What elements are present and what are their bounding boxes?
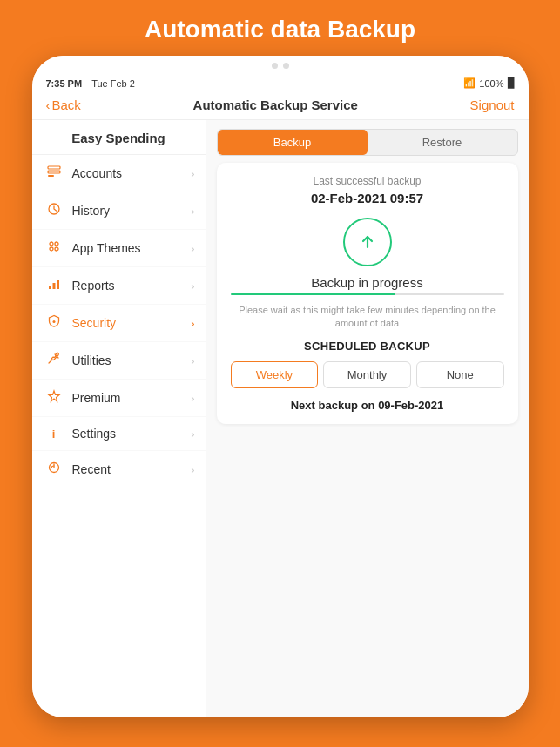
accounts-icon [44,165,64,182]
status-bar: 7:35 PM Tue Feb 2 📶 100% ▉ [32,72,529,92]
schedule-monthly-button[interactable]: Monthly [323,361,411,388]
sidebar-app-name: Easy Spending [32,120,206,155]
tab-restore[interactable]: Restore [368,130,517,155]
last-backup-label: Last successful backup [231,175,504,187]
accounts-label: Accounts [72,166,192,180]
camera-dot-2 [283,63,289,69]
premium-label: Premium [72,391,192,405]
upload-circle [343,218,392,266]
recent-chevron-icon: › [191,463,194,476]
camera-dots [32,56,529,72]
main-content: Backup Restore Last successful backup 02… [206,120,529,717]
camera-dot-1 [272,63,278,69]
nav-bar: ‹ Back Automatic Backup Service Signout [32,92,529,120]
signout-button[interactable]: Signout [470,98,515,112]
utilities-label: Utilities [72,353,192,367]
accounts-chevron-icon: › [191,167,194,180]
sidebar: Easy Spending Accounts › History › [32,120,206,717]
scheduled-label: SCHEDULED BACKUP [231,340,504,353]
reports-icon [44,277,64,294]
sidebar-item-app-themes[interactable]: App Themes › [32,230,206,267]
app-themes-icon [44,239,64,257]
schedule-buttons: Weekly Monthly None [231,361,504,388]
svg-rect-0 [48,166,60,169]
battery-icon: ▉ [508,77,515,89]
history-label: History [72,204,192,218]
settings-label: Settings [72,427,192,441]
app-themes-chevron-icon: › [191,242,194,255]
next-backup-date: Next backup on 09-Feb-2021 [231,399,504,412]
svg-rect-2 [48,175,54,177]
page-title: Automatic data Backup [0,0,560,56]
back-button[interactable]: ‹ Back [46,98,81,112]
reports-label: Reports [72,279,192,293]
status-date: Tue Feb 2 [91,78,135,89]
settings-icon: i [44,427,64,441]
settings-chevron-icon: › [191,427,194,441]
schedule-none-button[interactable]: None [416,361,504,388]
backup-progress-label: Backup in progress [231,275,504,290]
history-chevron-icon: › [191,205,194,218]
svg-rect-10 [57,280,59,289]
backup-card: Last successful backup 02-Feb-2021 09:57… [217,163,518,424]
utilities-chevron-icon: › [191,354,194,367]
premium-chevron-icon: › [191,392,194,405]
status-time-date: 7:35 PM Tue Feb 2 [46,78,135,89]
wifi-icon: 📶 [463,77,476,89]
battery-label: 100% [479,78,503,89]
sidebar-item-history[interactable]: History › [32,192,206,230]
status-right-icons: 📶 100% ▉ [463,77,514,89]
sidebar-item-premium[interactable]: Premium › [32,380,206,417]
tablet-frame: 7:35 PM Tue Feb 2 📶 100% ▉ ‹ Back Automa… [32,56,529,717]
nav-title: Automatic Backup Service [193,98,358,112]
premium-icon [44,389,64,407]
svg-marker-12 [49,391,59,401]
progress-bar [231,293,504,295]
last-backup-date: 02-Feb-2021 09:57 [231,191,504,205]
sidebar-item-settings[interactable]: i Settings › [32,417,206,451]
security-label: Security [72,316,192,330]
svg-point-11 [52,320,55,323]
tab-backup[interactable]: Backup [218,130,368,155]
sidebar-item-accounts[interactable]: Accounts › [32,155,206,192]
reports-chevron-icon: › [191,279,194,293]
svg-point-6 [50,247,53,251]
page-header: Automatic data Backup [0,0,560,56]
svg-rect-9 [52,283,55,289]
sidebar-item-reports[interactable]: Reports › [32,267,206,305]
security-icon [44,314,64,332]
app-themes-label: App Themes [72,241,192,255]
utilities-icon [44,352,64,369]
history-icon [44,202,64,219]
status-time: 7:35 PM [46,78,83,89]
schedule-weekly-button[interactable]: Weekly [231,361,319,388]
svg-rect-8 [49,286,51,289]
security-chevron-icon: › [191,317,194,330]
sidebar-item-security[interactable]: Security › [32,305,206,342]
svg-rect-1 [48,171,60,173]
svg-point-4 [50,242,53,246]
tab-bar: Backup Restore [217,129,518,156]
recent-label: Recent [72,462,192,476]
backup-note: Please wait as this might take few minut… [231,304,504,331]
upload-icon-container [231,218,504,266]
app-body: Easy Spending Accounts › History › [32,120,529,717]
upload-arrow-icon [355,230,380,254]
svg-point-5 [55,242,58,246]
back-chevron-icon: ‹ [46,98,51,112]
sidebar-item-utilities[interactable]: Utilities › [32,342,206,380]
back-label: Back [52,98,81,112]
svg-point-7 [55,247,58,251]
recent-icon [44,461,64,478]
sidebar-item-recent[interactable]: Recent › [32,451,206,488]
